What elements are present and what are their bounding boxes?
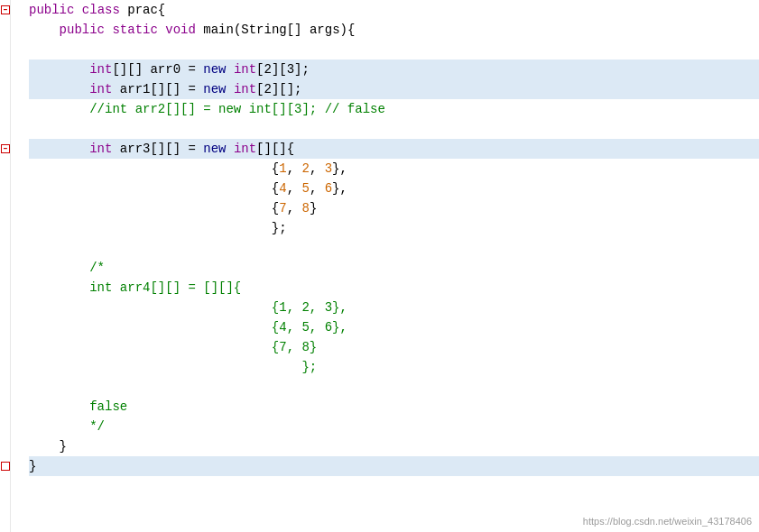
token: , (287, 198, 302, 218)
token: class (82, 0, 120, 20)
token (29, 278, 89, 298)
token: { (272, 198, 279, 218)
bp-cell (0, 337, 11, 357)
token (29, 20, 60, 40)
code-line: {4, 5, 6}, (29, 179, 759, 198)
code-content: public class prac{ public static void ma… (20, 0, 759, 532)
bp-cell (0, 179, 11, 198)
token: prac{ (120, 0, 165, 20)
token: , (287, 179, 302, 198)
bp-cell (0, 258, 11, 278)
code-line: int arr4[][] = [][]{ (29, 278, 759, 298)
token: [][]{ (256, 139, 294, 159)
token: new (203, 79, 226, 99)
bp-cell (0, 357, 11, 377)
token: false (89, 397, 127, 417)
token: int (89, 60, 112, 79)
code-line: {7, 8} (29, 198, 759, 218)
bp-cell: - (0, 0, 11, 20)
bp-cell (0, 456, 11, 476)
token: }; (272, 218, 287, 238)
token (29, 317, 272, 337)
token: new (203, 60, 226, 79)
token: , (310, 179, 325, 198)
code-line: false (29, 397, 759, 417)
token: int (89, 139, 112, 159)
token: [] args){ (287, 20, 356, 40)
code-line: }; (29, 218, 759, 238)
token: public (29, 0, 74, 20)
code-line: public class prac{ (29, 0, 759, 20)
code-line: {4, 5, 6}, (29, 317, 759, 337)
token: //int arr2[][] = new int[][3]; // false (89, 99, 385, 119)
token: new (203, 139, 226, 159)
code-line (29, 377, 759, 397)
token (29, 258, 89, 278)
code-line: } (29, 436, 759, 456)
token: , (310, 159, 325, 179)
token (29, 357, 301, 377)
token: int arr4[][] = [][]{ (89, 278, 241, 298)
token: 5 (301, 179, 309, 198)
token: main( (196, 20, 241, 40)
token (226, 139, 233, 159)
token: arr1[][] = (112, 79, 203, 99)
code-line: int arr3[][] = new int[][]{ (29, 139, 759, 159)
token (29, 198, 272, 218)
bp-cell (0, 20, 11, 40)
token: int (234, 60, 256, 79)
token (226, 60, 233, 79)
token: int (89, 79, 112, 99)
bp-cell: - (0, 139, 11, 159)
bp-cell (0, 198, 11, 218)
left-panel: -- (0, 0, 20, 532)
code-line (29, 40, 759, 60)
token (29, 79, 89, 99)
token: int (234, 139, 256, 159)
token: }, (332, 159, 347, 179)
bp-cell (0, 397, 11, 417)
bp-cell (0, 79, 11, 99)
token: 3 (325, 159, 332, 179)
code-line: public static void main(String[] args){ (29, 20, 759, 40)
token: static (112, 20, 157, 40)
token (29, 397, 89, 417)
code-line (29, 238, 759, 258)
code-area: -- public class prac{ public static void… (0, 0, 759, 532)
token (29, 218, 272, 238)
token: int (234, 79, 256, 99)
token (29, 60, 89, 79)
token (29, 298, 272, 317)
token (74, 0, 81, 20)
token: { (272, 159, 279, 179)
code-line: {7, 8} (29, 337, 759, 357)
token (29, 159, 272, 179)
bp-cell (0, 159, 11, 179)
code-line: int[][] arr0 = new int[2][3]; (29, 60, 759, 79)
code-line: int arr1[][] = new int[2][]; (29, 79, 759, 99)
bp-cell (0, 40, 11, 60)
code-line: /* (29, 258, 759, 278)
token: 4 (279, 179, 286, 198)
token: void (165, 20, 196, 40)
watermark: https://blog.csdn.net/weixin_43178406 (583, 516, 752, 527)
bp-cell (0, 436, 11, 456)
token: } (29, 456, 36, 476)
code-line: //int arr2[][] = new int[][3]; // false (29, 99, 759, 119)
bp-gutter: -- (0, 0, 11, 532)
bp-cell (0, 238, 11, 258)
code-line: {1, 2, 3}, (29, 298, 759, 317)
token (29, 139, 89, 159)
token: 7 (279, 198, 286, 218)
token (29, 337, 272, 357)
token: } (29, 436, 67, 456)
token: }, (332, 179, 347, 198)
token (29, 99, 89, 119)
fold-marker[interactable]: - (1, 5, 10, 14)
bp-cell (0, 377, 11, 397)
token (105, 20, 112, 40)
token: [][] arr0 = (112, 60, 203, 79)
fold-marker (1, 462, 10, 471)
fold-marker[interactable]: - (1, 144, 10, 153)
token (29, 417, 89, 436)
